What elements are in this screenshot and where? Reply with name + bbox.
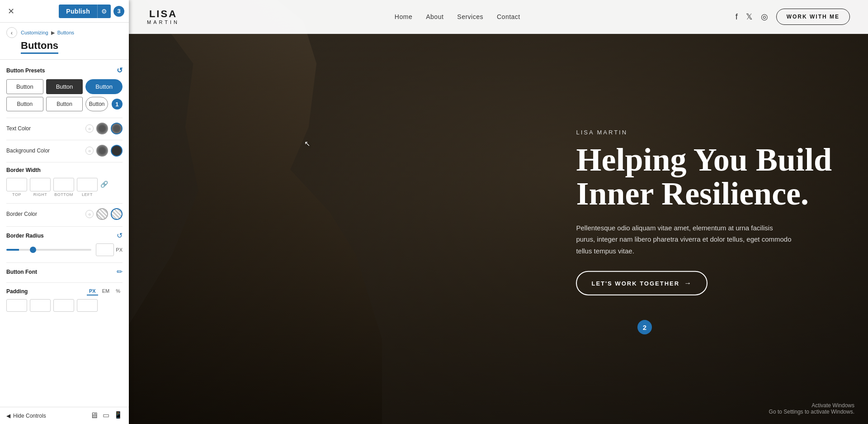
site-logo: LISA MARTIN <box>147 9 179 25</box>
padding-unit-em[interactable]: EM <box>100 287 112 295</box>
bg-color-swatch-1[interactable] <box>96 145 108 157</box>
border-radius-label: Border Radius <box>6 233 44 239</box>
breadcrumb-parent[interactable]: Customizing <box>21 30 48 35</box>
preset-button-2[interactable]: Button <box>46 79 83 94</box>
logo-subtitle: MARTIN <box>147 19 179 25</box>
button-presets-label: Button Presets ↺ <box>6 66 123 75</box>
border-top-wrap: 0 TOP <box>6 178 27 197</box>
text-color-row: Text Color ○ <box>6 123 123 134</box>
section-title: Buttons <box>21 40 58 54</box>
hero-content: LISA MARTIN Helping You Build Inner Resi… <box>576 129 832 295</box>
border-bottom-label: BOTTOM <box>54 192 73 197</box>
border-radius-slider-row: 30 PX <box>6 243 123 256</box>
border-top-label: TOP <box>12 192 21 197</box>
padding-right-input[interactable]: 30 <box>30 299 51 312</box>
border-radius-value-wrap: 30 PX <box>96 243 123 256</box>
padding-bottom-input[interactable]: 10 <box>53 299 74 312</box>
border-radius-slider[interactable] <box>6 249 91 251</box>
hide-controls-icon: ◀ <box>6 413 10 419</box>
border-radius-reset[interactable]: ↺ <box>117 231 123 240</box>
border-right-input[interactable]: 0 <box>30 178 51 191</box>
border-left-label: LEFT <box>82 192 93 197</box>
preset-button-5[interactable]: Button <box>46 97 83 111</box>
preset-button-4[interactable]: Button <box>6 97 43 111</box>
divider-3 <box>6 162 123 162</box>
bg-color-swatch-2[interactable] <box>111 145 123 157</box>
text-color-swatch-2[interactable] <box>111 123 123 134</box>
twitter-icon[interactable]: 𝕏 <box>746 12 753 22</box>
padding-unit-pct[interactable]: % <box>113 287 123 295</box>
border-top-input[interactable]: 0 <box>6 178 27 191</box>
border-radius-value-input[interactable]: 30 <box>96 243 114 256</box>
back-button[interactable]: ‹ <box>6 27 17 38</box>
border-color-swatch-2[interactable] <box>111 208 123 220</box>
preset-button-3[interactable]: Button <box>85 79 123 94</box>
padding-left-input[interactable]: 30 <box>77 299 98 312</box>
tablet-icon[interactable]: ▭ <box>103 411 109 420</box>
instagram-icon[interactable]: ◎ <box>761 12 768 22</box>
topbar: ✕ Publish ⚙ 3 <box>0 0 129 23</box>
site-nav-links: Home About Services Contact <box>395 13 520 20</box>
main-preview: LISA MARTIN Home About Services Contact … <box>129 0 868 424</box>
border-left-input[interactable]: 0 <box>77 178 98 191</box>
lets-work-together-button[interactable]: LET'S WORK TOGETHER → <box>576 271 708 295</box>
preset-button-6[interactable]: Button <box>85 97 108 111</box>
nav-link-about[interactable]: About <box>426 13 443 20</box>
preset-button-1[interactable]: Button <box>6 79 43 94</box>
site-navigation: LISA MARTIN Home About Services Contact … <box>129 0 868 34</box>
site-nav-right: f 𝕏 ◎ WORK WITH ME <box>736 9 850 25</box>
publish-button[interactable]: Publish <box>59 5 97 18</box>
hide-controls-button[interactable]: ◀ Hide Controls <box>6 413 46 419</box>
bg-color-row: Background Color ○ <box>6 145 123 157</box>
border-radius-header: Border Radius ↺ <box>6 231 123 240</box>
mobile-icon[interactable]: 📱 <box>114 411 123 420</box>
border-color-controls: ○ <box>85 208 123 220</box>
padding-header: Padding PX EM % <box>6 287 123 295</box>
text-color-controls: ○ <box>85 123 123 134</box>
padding-right-wrap: 30 <box>30 299 51 313</box>
text-color-reset[interactable]: ○ <box>85 124 94 133</box>
text-color-swatch-1[interactable] <box>96 123 108 134</box>
border-color-reset[interactable]: ○ <box>85 210 94 218</box>
desktop-icon[interactable]: 🖥 <box>90 411 98 420</box>
padding-unit-tabs: PX EM % <box>87 287 123 295</box>
presets-reset-icon[interactable]: ↺ <box>117 66 123 75</box>
breadcrumb-area: ‹ Customizing ▶ Buttons Buttons <box>0 23 129 60</box>
border-bottom-input[interactable]: 0 <box>53 178 74 191</box>
padding-top-input[interactable]: 10 <box>6 299 27 312</box>
border-link-icon[interactable]: 🔗 <box>100 181 108 188</box>
facebook-icon[interactable]: f <box>736 12 738 22</box>
nav-link-home[interactable]: Home <box>395 13 412 20</box>
publish-group: Publish ⚙ 3 <box>59 5 124 18</box>
customizer-panel: ✕ Publish ⚙ 3 ‹ Customizing ▶ Buttons Bu… <box>0 0 129 424</box>
divider-5 <box>6 226 123 227</box>
bg-color-reset[interactable]: ○ <box>85 147 94 155</box>
hero-body-text: Pellentesque odio aliquam vitae amet, el… <box>576 222 793 257</box>
divider-7 <box>6 282 123 283</box>
breadcrumb: Customizing ▶ Buttons <box>21 30 74 36</box>
border-width-section: Border Width 0 TOP 0 RIGHT 0 BOTTOM 0 LE… <box>6 167 123 197</box>
close-button[interactable]: ✕ <box>5 5 17 18</box>
panel-body: Button Presets ↺ Button Button Button Bu… <box>0 60 129 407</box>
button-presets-row1: Button Button Button <box>6 79 123 94</box>
bottom-bar: ◀ Hide Controls 🖥 ▭ 📱 <box>0 407 129 424</box>
divider-2 <box>6 140 123 140</box>
step2-badge: 2 <box>637 320 652 334</box>
bg-color-label: Background Color <box>6 148 50 154</box>
padding-inputs: 10 30 10 30 <box>6 299 123 313</box>
padding-bottom-wrap: 10 <box>53 299 74 313</box>
work-with-me-button[interactable]: WORK WITH ME <box>776 9 850 25</box>
padding-unit-px[interactable]: PX <box>87 287 98 295</box>
hide-controls-label: Hide Controls <box>13 413 46 419</box>
step1-badge: 1 <box>112 99 123 110</box>
text-color-label: Text Color <box>6 125 31 132</box>
button-font-edit-icon[interactable]: ✏ <box>117 267 123 276</box>
nav-link-contact[interactable]: Contact <box>497 13 520 20</box>
breadcrumb-row: ‹ Customizing ▶ Buttons <box>6 27 123 38</box>
nav-link-services[interactable]: Services <box>457 13 483 20</box>
border-color-swatch-1[interactable] <box>96 208 108 220</box>
divider-6 <box>6 262 123 263</box>
device-icons: 🖥 ▭ 📱 <box>90 411 123 420</box>
publish-settings-button[interactable]: ⚙ <box>97 5 111 18</box>
breadcrumb-current: Buttons <box>57 30 74 35</box>
